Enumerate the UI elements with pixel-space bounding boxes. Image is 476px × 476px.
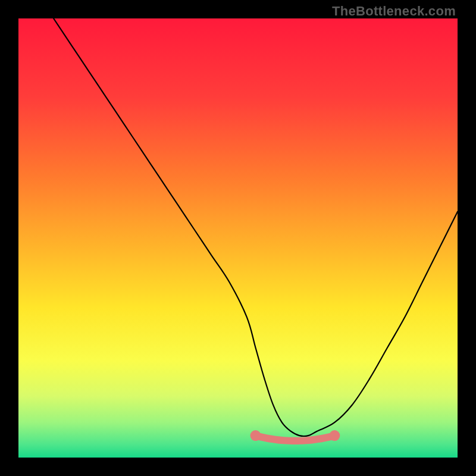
watermark-text: TheBottleneck.com [332, 4, 456, 19]
optimal-range-start-dot [250, 430, 261, 441]
optimal-range-end-dot [329, 430, 340, 441]
bottleneck-curve [54, 18, 458, 436]
optimal-range-marker [256, 436, 335, 441]
chart-frame: TheBottleneck.com [0, 0, 476, 476]
chart-svg [18, 18, 458, 458]
plot-area [18, 18, 458, 458]
